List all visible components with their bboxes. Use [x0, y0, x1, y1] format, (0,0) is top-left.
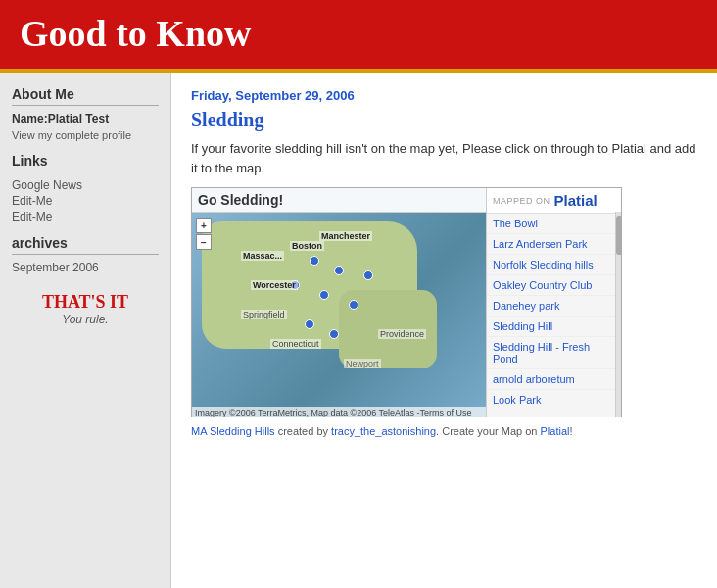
map-controls[interactable]: + − [196, 218, 212, 250]
platial-sidebar: MAPPED ON Platial The Bowl Larz Andersen… [486, 188, 622, 416]
map-copyright: Imagery ©2006 TerraMetrics, Map data ©20… [192, 407, 486, 417]
platial-item-4[interactable]: Danehey park [487, 296, 622, 317]
map-label-newport: Newport [344, 359, 381, 368]
map-label-mass: Massac... [241, 251, 284, 261]
site-title: Good to Know [20, 12, 697, 55]
map-dot-7 [305, 319, 314, 329]
archives-section-title: archives [12, 235, 159, 255]
profile-name-value: Platial Test [48, 112, 109, 125]
platial-header: MAPPED ON Platial [487, 188, 622, 214]
post-title: Sledding [191, 109, 697, 131]
post-body: If your favorite sledding hill isn't on … [191, 139, 697, 177]
view-profile-link[interactable]: View my complete profile [12, 129, 159, 141]
map-label-connecticut: Connecticut [270, 339, 321, 349]
links-section-title: Links [12, 153, 159, 172]
platial-mapped-label: MAPPED ON [493, 196, 550, 206]
platial-scrollbar-track [615, 212, 622, 416]
map-label-springfield: Springfield [241, 310, 287, 319]
map-image: Go Sledding! Boston Worcester [192, 188, 486, 417]
thats-it-heading: THAT'S IT [12, 292, 159, 313]
main-content: Friday, September 29, 2006 Sledding If y… [171, 73, 717, 588]
sidebar: About Me Name:Platial Test View my compl… [0, 73, 171, 588]
platial-item-6[interactable]: Sledding Hill - Fresh Pond [487, 337, 622, 369]
sidebar-link-google-news[interactable]: Google News [12, 178, 159, 192]
caption-link-ma-sledding[interactable]: MA Sledding Hills [191, 425, 275, 437]
platial-logo: Platial [554, 192, 598, 209]
map-dot-6 [363, 270, 373, 280]
platial-item-5[interactable]: Sledding Hill [487, 317, 622, 337]
thats-it-sub: You rule. [12, 313, 159, 326]
map-background: Boston Worcester Massac... Manchester Co… [192, 212, 486, 417]
map-dot-2 [334, 266, 344, 275]
map-label-manchester: Manchester [319, 231, 372, 241]
profile-name-line: Name:Platial Test [12, 112, 159, 125]
map-container: Go Sledding! Boston Worcester [191, 187, 622, 417]
map-dot-1 [310, 256, 319, 266]
map-dot-5 [349, 300, 358, 310]
platial-scrollbar-thumb[interactable] [616, 216, 622, 255]
platial-item-2[interactable]: Norfolk Sledding hills [487, 255, 622, 275]
caption-link-platial[interactable]: Platial [540, 425, 569, 437]
map-label-boston: Boston [290, 241, 324, 251]
sidebar-link-edit-me-2[interactable]: Edit-Me [12, 210, 159, 223]
platial-item-1[interactable]: Larz Andersen Park [487, 234, 622, 255]
main-layout: About Me Name:Platial Test View my compl… [0, 73, 717, 588]
map-label-worcester: Worcester [251, 280, 298, 290]
platial-item-3[interactable]: Oakley Country Club [487, 275, 622, 296]
about-section-title: About Me [12, 86, 159, 106]
platial-list[interactable]: The Bowl Larz Andersen Park Norfolk Sled… [487, 214, 622, 405]
map-dot-4 [319, 290, 329, 300]
map-zoom-in[interactable]: + [196, 218, 212, 233]
post-caption: MA Sledding Hills created by tracy_the_a… [191, 425, 697, 437]
caption-link-author[interactable]: tracy_the_astonishing [331, 425, 436, 437]
platial-item-0[interactable]: The Bowl [487, 214, 622, 234]
map-label-providence: Providence [378, 329, 426, 339]
site-header: Good to Know [0, 0, 717, 73]
platial-item-7[interactable]: arnold arboretum [487, 369, 622, 390]
profile-name-label: Name: [12, 112, 48, 125]
thats-it-block: THAT'S IT You rule. [12, 292, 159, 326]
map-dot-8 [329, 329, 339, 339]
sidebar-link-edit-me-1[interactable]: Edit-Me [12, 194, 159, 208]
map-title: Go Sledding! [192, 188, 486, 213]
archives-month: September 2006 [12, 261, 159, 274]
post-date: Friday, September 29, 2006 [191, 88, 697, 103]
platial-item-8[interactable]: Look Park [487, 390, 622, 405]
map-zoom-out[interactable]: − [196, 234, 212, 250]
